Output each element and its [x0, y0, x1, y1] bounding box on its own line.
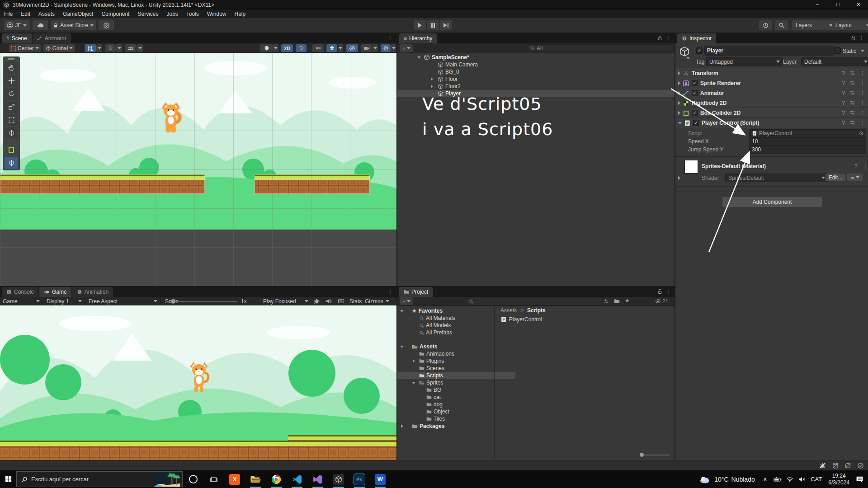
component-menu-icon[interactable]: ⋮	[860, 80, 865, 86]
ok-status-icon[interactable]	[857, 462, 864, 469]
presets-icon[interactable]	[849, 70, 855, 76]
jump-speed-y-field[interactable]: 300	[749, 145, 866, 154]
project-file-playercontrol[interactable]: PlayerControl	[500, 316, 542, 323]
grid-snap-toggle[interactable]	[85, 44, 96, 52]
component-player-control[interactable]: ✓ Player Control (Script) ?⋮	[675, 117, 868, 128]
component-animator[interactable]: ✓ Animator ?⋮	[675, 88, 868, 98]
menu-edit[interactable]: Edit	[17, 11, 34, 17]
keyboard-icon[interactable]	[338, 298, 344, 305]
scene-viewport[interactable]	[0, 53, 396, 286]
start-button[interactable]	[0, 470, 16, 488]
tab-console[interactable]: Console	[2, 287, 38, 297]
thumbnail-zoom-knob[interactable]	[640, 453, 644, 457]
draw-mode-button[interactable]	[260, 44, 273, 52]
tab-hierarchy[interactable]: ≡Hierarchy	[399, 33, 437, 43]
hidden-packages-icon[interactable]	[655, 298, 661, 304]
component-menu-icon[interactable]: ⋮	[860, 70, 865, 76]
pivot-mode-dropdown[interactable]: Center	[9, 44, 41, 52]
space-mode-dropdown[interactable]: Global	[43, 44, 75, 52]
cloud-button[interactable]	[33, 20, 48, 30]
effects-toggle[interactable]	[326, 44, 337, 52]
layers-dropdown[interactable]: Layers	[792, 20, 836, 30]
play-focused-dropdown[interactable]: Play Focused	[263, 297, 308, 305]
project-folder-cat[interactable]: cat	[397, 394, 441, 401]
rotate-tool-button[interactable]	[5, 88, 18, 100]
search-everywhere-button[interactable]	[775, 20, 788, 30]
hierarchy-item-floor[interactable]: Floor	[397, 75, 716, 83]
project-folder-plugins[interactable]: Plugins	[397, 357, 444, 365]
debugger-status-icon[interactable]	[819, 462, 826, 469]
help-icon[interactable]: ?	[842, 90, 845, 96]
gameobject-name-field[interactable]: Player	[704, 46, 835, 56]
menu-jobs[interactable]: Jobs	[162, 11, 182, 17]
project-folder-scripts[interactable]: Scripts	[397, 372, 515, 379]
component-menu-icon[interactable]: ⋮	[860, 90, 865, 96]
hierarchy-lock-icon[interactable]	[657, 35, 663, 41]
inspector-menu-icon[interactable]: ⋮	[859, 35, 864, 41]
component-transform[interactable]: Transform ?⋮	[675, 68, 868, 78]
speed-x-field[interactable]: 10	[749, 137, 866, 145]
search-by-label-icon[interactable]	[614, 298, 620, 304]
camera-settings-button[interactable]	[361, 44, 372, 52]
project-favorites[interactable]: ★Favorites	[397, 307, 443, 314]
close-button[interactable]: ✕	[849, 0, 868, 10]
component-sprite-renderer[interactable]: ✓ Sprite Renderer ?⋮	[675, 78, 868, 88]
game-panel-menu-icon[interactable]: ⋮	[387, 288, 393, 295]
component-menu-icon[interactable]: ⋮	[860, 110, 865, 116]
hierarchy-item-samplescene[interactable]: SampleScene*	[397, 54, 702, 61]
hierarchy-create-button[interactable]: +	[400, 44, 413, 52]
tab-game[interactable]: Game	[39, 287, 71, 297]
taskbar-app-chrome[interactable]	[266, 470, 287, 488]
tab-inspector[interactable]: Inspector	[677, 33, 716, 43]
hierarchy-item-bg0[interactable]: BG_0	[397, 68, 716, 75]
breadcrumb-root[interactable]: Assets	[500, 307, 517, 314]
wifi-icon[interactable]	[786, 476, 793, 483]
component-enabled-checkbox[interactable]: ✓	[692, 80, 698, 86]
menu-services[interactable]: Services	[133, 11, 162, 17]
project-folder-scenes[interactable]: Scenes	[397, 365, 444, 372]
measure-toggle[interactable]	[125, 44, 137, 52]
taskbar-clock[interactable]: 19:24 6/3/2024	[828, 473, 849, 486]
hierarchy-menu-icon[interactable]: ⋮	[665, 35, 671, 41]
debug-bug-icon[interactable]	[313, 298, 320, 305]
game-gizmos-dropdown[interactable]: Gizmos	[365, 297, 389, 305]
asset-store-button[interactable]: Asset Store	[51, 20, 96, 30]
volume-muted-icon[interactable]	[798, 476, 805, 483]
project-packages-root[interactable]: Packages	[397, 422, 444, 430]
project-fav-all-models[interactable]: All Models	[397, 322, 451, 329]
component-enabled-checkbox[interactable]: ✓	[693, 120, 699, 126]
gizmos-toggle[interactable]	[381, 44, 391, 52]
taskbar-app-photoshop[interactable]: Ps	[349, 470, 370, 488]
camera-settings-dropdown[interactable]	[373, 44, 378, 52]
component-enabled-checkbox[interactable]: ✓	[692, 110, 698, 116]
add-component-button[interactable]: Add Component	[722, 197, 822, 207]
taskbar-app-unity[interactable]	[328, 470, 349, 488]
keyboard-language[interactable]: CAT	[811, 476, 822, 483]
project-folder-object[interactable]: Object	[397, 408, 449, 415]
cache-server-status-icon[interactable]	[832, 462, 839, 469]
menu-help[interactable]: Help	[231, 11, 250, 17]
expander-icon[interactable]	[678, 101, 680, 105]
expander-icon[interactable]	[431, 84, 433, 88]
material-menu-icon[interactable]: ⋮	[863, 163, 868, 169]
lighting-toggle[interactable]	[296, 44, 307, 52]
pause-button[interactable]	[427, 20, 439, 30]
scale-tool-button[interactable]	[5, 101, 18, 113]
menu-window[interactable]: Window	[203, 11, 231, 17]
account-button[interactable]: JF	[4, 20, 30, 30]
help-icon[interactable]: ?	[842, 120, 845, 126]
project-folder-sprites[interactable]: Sprites	[397, 379, 443, 386]
static-checkbox[interactable]	[835, 47, 841, 54]
expander-icon[interactable]	[431, 77, 433, 81]
mute-audio-icon[interactable]	[326, 298, 332, 305]
stats-toggle[interactable]: Stats	[349, 298, 362, 305]
help-icon[interactable]: ?	[842, 110, 845, 116]
taskbar-app-xampp[interactable]: X	[224, 470, 245, 488]
hierarchy-search-input[interactable]: All	[527, 44, 674, 52]
expander-icon[interactable]	[678, 122, 682, 124]
snap-toggle[interactable]	[105, 44, 116, 52]
help-icon[interactable]: ?	[842, 80, 845, 86]
menu-file[interactable]: File	[0, 11, 17, 17]
tab-project[interactable]: Project	[399, 287, 433, 297]
project-search-input[interactable]	[466, 298, 604, 305]
